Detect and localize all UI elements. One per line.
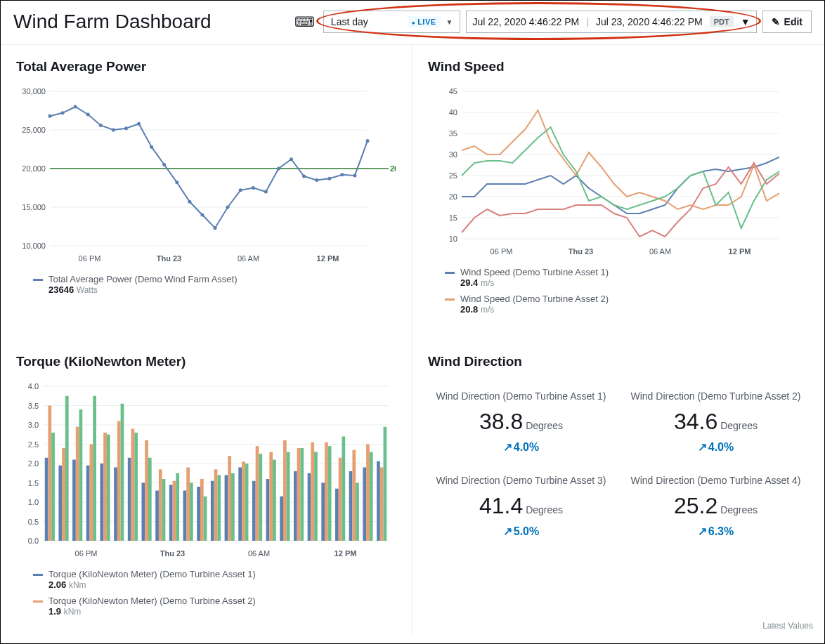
- edit-label: Edit: [784, 16, 803, 27]
- svg-point-21: [112, 129, 115, 132]
- svg-rect-118: [173, 481, 176, 541]
- legend-unit: Watts: [77, 285, 98, 295]
- svg-text:06 PM: 06 PM: [79, 254, 101, 263]
- svg-rect-138: [107, 435, 110, 541]
- svg-text:1.5: 1.5: [28, 479, 39, 487]
- svg-rect-101: [280, 497, 283, 541]
- svg-point-35: [290, 157, 293, 161]
- svg-rect-146: [217, 475, 221, 541]
- svg-text:30: 30: [449, 150, 457, 159]
- svg-text:2.0: 2.0: [28, 459, 39, 468]
- kpi-card: Wind Direction (Demo Turbine Asset 2)34.…: [625, 390, 806, 454]
- svg-rect-144: [190, 483, 193, 541]
- svg-rect-114: [117, 421, 121, 541]
- svg-text:25,000: 25,000: [22, 126, 46, 134]
- svg-rect-156: [356, 483, 359, 541]
- svg-rect-129: [325, 442, 328, 541]
- legend-item: Wind Speed (Demo Turbine Asset 1)29.4 m/…: [445, 267, 809, 288]
- svg-text:25: 25: [449, 171, 457, 180]
- svg-rect-103: [308, 473, 311, 541]
- svg-rect-120: [200, 479, 204, 541]
- keyboard-icon[interactable]: ⌨: [294, 13, 315, 30]
- svg-text:12 PM: 12 PM: [729, 247, 751, 256]
- svg-rect-115: [131, 429, 135, 541]
- panel-torque: Torque (KiloNewton Meter) 0.00.51.01.52.…: [1, 340, 412, 635]
- latest-values-label: Latest Values: [762, 621, 813, 631]
- svg-point-40: [353, 173, 356, 177]
- svg-text:15: 15: [449, 213, 457, 222]
- kpi-card: Wind Direction (Demo Turbine Asset 3)41.…: [431, 475, 611, 538]
- svg-point-30: [226, 206, 230, 209]
- svg-rect-135: [65, 396, 69, 541]
- svg-point-18: [74, 105, 77, 109]
- svg-point-27: [188, 200, 191, 204]
- svg-rect-113: [103, 433, 107, 541]
- legend-value: 1.9: [48, 606, 61, 617]
- svg-rect-124: [256, 446, 259, 541]
- kpi-trend: ↗4.0%: [431, 440, 611, 454]
- kpi-label: Wind Direction (Demo Turbine Asset 4): [625, 475, 806, 486]
- kpi-card: Wind Direction (Demo Turbine Asset 1)38.…: [431, 390, 611, 454]
- svg-rect-134: [51, 433, 55, 541]
- svg-rect-133: [380, 468, 384, 541]
- svg-rect-97: [225, 475, 228, 541]
- chart-power[interactable]: 10,00015,00020,00025,00030,00006 PMThu 2…: [16, 84, 396, 267]
- svg-rect-99: [252, 481, 256, 541]
- svg-text:12 PM: 12 PM: [334, 549, 357, 558]
- svg-point-19: [86, 113, 90, 117]
- chart-torque[interactable]: 0.00.51.01.52.02.53.03.54.006 PMThu 2306…: [16, 379, 396, 562]
- svg-rect-89: [114, 468, 117, 541]
- edit-button[interactable]: ✎ Edit: [762, 11, 812, 33]
- svg-rect-141: [148, 458, 152, 541]
- svg-rect-121: [214, 469, 218, 541]
- svg-text:3.0: 3.0: [28, 421, 39, 429]
- kpi-unit: Degrees: [526, 504, 563, 515]
- legend-unit: m/s: [481, 305, 494, 315]
- svg-text:20000: 20000: [390, 164, 396, 173]
- legend-item: Wind Speed (Demo Turbine Asset 2)20.8 m/…: [445, 294, 809, 315]
- end-time: Jul 23, 2020 4:46:22 PM: [596, 16, 703, 27]
- svg-text:15,000: 15,000: [22, 203, 46, 211]
- svg-rect-86: [72, 460, 76, 541]
- svg-rect-130: [339, 458, 342, 541]
- svg-point-32: [252, 186, 255, 190]
- svg-rect-111: [76, 427, 79, 541]
- time-range-select[interactable]: Last day LIVE ▼: [323, 11, 461, 33]
- svg-rect-153: [314, 452, 318, 541]
- svg-text:0.0: 0.0: [28, 537, 39, 545]
- page-title: Wind Farm Dashboard: [13, 11, 212, 33]
- svg-text:Thu 23: Thu 23: [569, 247, 593, 256]
- svg-rect-143: [176, 473, 179, 541]
- panel-total-average-power: Total Average Power 10,00015,00020,00025…: [1, 45, 412, 340]
- svg-point-20: [99, 124, 103, 127]
- chart-wind-speed[interactable]: 101520253035404506 PMThu 2306 AM12 PM: [428, 84, 809, 260]
- svg-text:20,000: 20,000: [22, 164, 46, 173]
- date-range-picker[interactable]: Jul 22, 2020 4:46:22 PM | Jul 23, 2020 4…: [466, 11, 756, 33]
- kpi-value: 38.8: [479, 409, 523, 435]
- svg-rect-98: [238, 468, 242, 541]
- svg-text:3.5: 3.5: [28, 402, 39, 410]
- svg-text:45: 45: [449, 87, 457, 96]
- svg-rect-109: [48, 406, 51, 541]
- svg-rect-125: [269, 452, 273, 541]
- svg-text:0.5: 0.5: [28, 518, 39, 526]
- svg-text:06 AM: 06 AM: [238, 254, 259, 263]
- svg-rect-94: [183, 491, 187, 541]
- kpi-label: Wind Direction (Demo Turbine Asset 3): [431, 475, 611, 486]
- svg-text:06 PM: 06 PM: [75, 549, 98, 558]
- legend-name: Wind Speed (Demo Turbine Asset 1): [460, 267, 609, 277]
- panel-title: Torque (KiloNewton Meter): [16, 354, 396, 369]
- svg-text:40: 40: [449, 108, 457, 117]
- svg-point-17: [61, 111, 65, 114]
- svg-rect-137: [93, 396, 96, 541]
- kpi-value: 34.6: [674, 409, 717, 435]
- svg-point-37: [315, 178, 318, 182]
- kpi-unit: Degrees: [720, 504, 758, 515]
- panel-title: Wind Direction: [428, 354, 809, 369]
- svg-point-28: [200, 213, 204, 217]
- svg-text:10,000: 10,000: [22, 242, 46, 250]
- svg-point-26: [175, 180, 178, 184]
- svg-rect-110: [62, 448, 65, 541]
- svg-point-36: [302, 175, 306, 178]
- svg-point-31: [239, 188, 242, 192]
